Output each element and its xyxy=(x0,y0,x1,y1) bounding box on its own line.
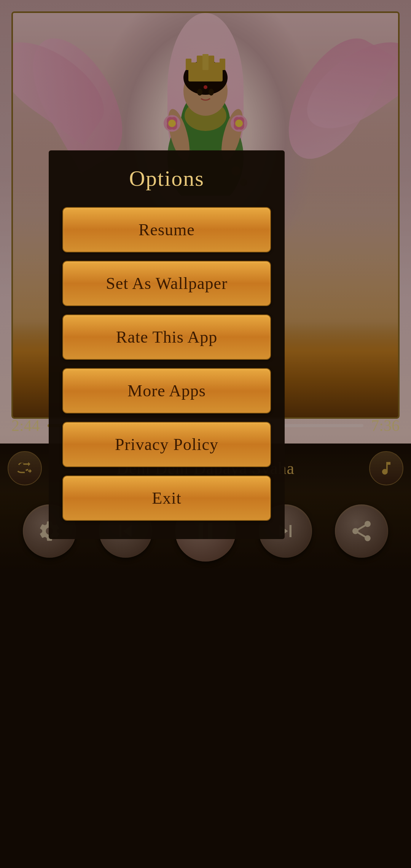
exit-button[interactable]: Exit xyxy=(62,475,271,521)
options-dialog: Options Resume Set As Wallpaper Rate Thi… xyxy=(49,150,285,539)
more-apps-button[interactable]: More Apps xyxy=(62,368,271,413)
options-title: Options xyxy=(62,166,271,191)
set-wallpaper-button[interactable]: Set As Wallpaper xyxy=(62,261,271,306)
resume-button[interactable]: Resume xyxy=(62,207,271,252)
rate-app-button[interactable]: Rate This App xyxy=(62,314,271,360)
privacy-policy-button[interactable]: Privacy Policy xyxy=(62,422,271,467)
